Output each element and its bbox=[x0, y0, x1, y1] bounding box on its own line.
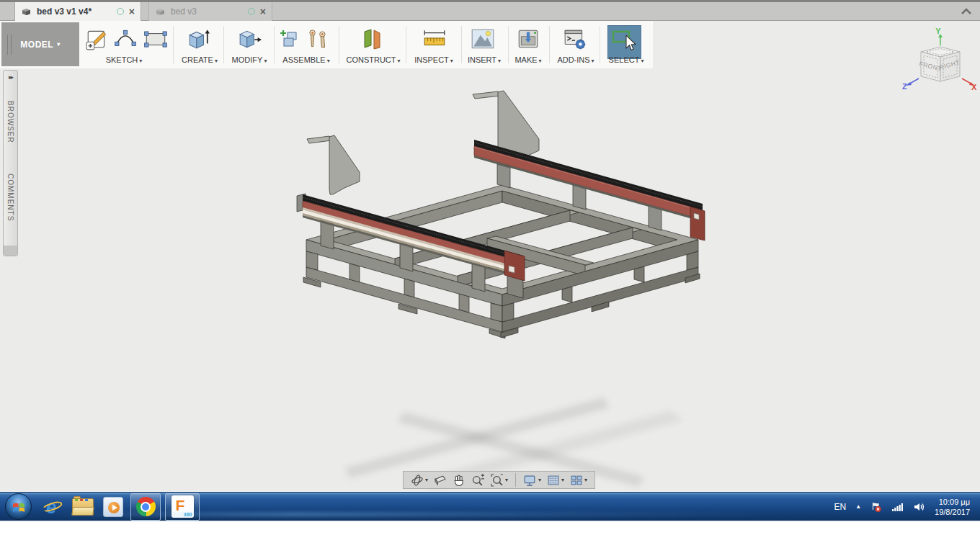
taskbar-media-player[interactable] bbox=[98, 493, 128, 521]
taskbar-file-explorer[interactable] bbox=[68, 493, 98, 521]
navigation-toolbar: ▾ bbox=[403, 471, 595, 489]
two-point-rectangle-icon bbox=[143, 27, 169, 51]
workspace-caret: ▾ bbox=[57, 41, 61, 48]
image-icon bbox=[470, 27, 496, 51]
assemble-menu[interactable]: ASSEMBLE▾ bbox=[275, 55, 337, 66]
close-tab-button[interactable]: × bbox=[260, 6, 266, 17]
select-menu[interactable]: SELECT▾ bbox=[605, 55, 647, 66]
taskbar-clock[interactable]: 10:09 μμ 19/8/2017 bbox=[935, 497, 970, 517]
tray-time: 10:09 μμ bbox=[935, 497, 970, 507]
fusion360-icon: F360 bbox=[172, 495, 194, 518]
axis-y-label: Y bbox=[935, 27, 941, 35]
grid-layout-button[interactable]: ▾ bbox=[547, 474, 564, 487]
joint-button[interactable] bbox=[306, 27, 330, 51]
document-cube-icon bbox=[155, 7, 166, 17]
left-panel-collapsed: ▸▸ BROWSER COMMENTS bbox=[3, 70, 18, 256]
zoom-button[interactable] bbox=[471, 474, 485, 487]
zoom-icon bbox=[471, 474, 485, 487]
look-at-icon bbox=[434, 474, 447, 487]
chrome-icon bbox=[136, 497, 156, 516]
viewport-canvas[interactable] bbox=[0, 21, 980, 491]
look-at-button[interactable] bbox=[434, 474, 447, 487]
navbar-separator bbox=[515, 473, 516, 487]
start-button[interactable] bbox=[5, 493, 32, 520]
insert-image-button[interactable] bbox=[470, 27, 496, 51]
make-3d-print-button[interactable] bbox=[516, 27, 540, 51]
language-indicator[interactable]: EN bbox=[834, 502, 846, 512]
create-extrude-button[interactable] bbox=[186, 27, 210, 51]
taskbar-chrome-running[interactable] bbox=[130, 493, 161, 521]
document-tab-active[interactable]: bed v3 v1 v4* × bbox=[14, 2, 141, 21]
document-title: bed v3 v1 v4* bbox=[37, 6, 112, 17]
windows-taskbar: e F360 EN bbox=[0, 492, 980, 521]
expand-panel-icon[interactable]: ▸▸ bbox=[9, 73, 12, 81]
display-settings-icon bbox=[523, 474, 537, 487]
modify-press-pull-button[interactable] bbox=[238, 27, 262, 51]
display-caret: ▾ bbox=[538, 477, 541, 483]
system-tray: EN ▲ 10:09 bbox=[834, 497, 980, 517]
sync-status-icon bbox=[117, 8, 124, 15]
modify-menu[interactable]: MODIFY▾ bbox=[224, 55, 275, 66]
browser-panel-tab[interactable]: BROWSER bbox=[6, 101, 14, 143]
press-pull-icon bbox=[238, 27, 262, 51]
measure-icon bbox=[422, 27, 447, 51]
view-cube[interactable]: Y Z X FRONT RIGHT bbox=[899, 26, 977, 92]
dropdown-caret: ▾ bbox=[592, 58, 594, 64]
new-component-button[interactable] bbox=[280, 27, 301, 51]
document-cube-icon bbox=[21, 7, 32, 17]
pan-button[interactable] bbox=[453, 474, 466, 487]
action-center-flag-icon[interactable] bbox=[870, 501, 882, 513]
add-ins-menu[interactable]: ADD-INS▾ bbox=[551, 55, 601, 66]
display-settings-button[interactable]: ▾ bbox=[523, 474, 541, 487]
dropdown-caret: ▾ bbox=[264, 58, 267, 64]
dropdown-caret: ▾ bbox=[327, 58, 330, 64]
toolbar-separator bbox=[508, 26, 509, 63]
collapse-toolbar-button[interactable] bbox=[958, 5, 974, 18]
workspace-switcher[interactable]: MODEL ▾ bbox=[1, 22, 79, 66]
fusion360-window: ▸▸ BROWSER COMMENTS Y Z X FRONT RIGHT ▾ bbox=[0, 0, 980, 553]
document-title: bed v3 bbox=[171, 6, 243, 17]
sketch-menu[interactable]: SKETCH▾ bbox=[81, 55, 167, 66]
comments-panel-tab[interactable]: COMMENTS bbox=[6, 174, 14, 221]
orbit-button[interactable]: ▾ bbox=[411, 474, 428, 487]
scripts-addins-icon bbox=[563, 27, 587, 51]
toolbar-grip bbox=[7, 35, 12, 55]
folder-icon bbox=[72, 498, 94, 516]
dropdown-caret: ▾ bbox=[139, 58, 142, 64]
select-button[interactable] bbox=[607, 25, 641, 59]
taskbar-internet-explorer[interactable]: e bbox=[37, 493, 68, 521]
construct-menu[interactable]: CONSTRUCT▾ bbox=[342, 55, 405, 66]
pan-hand-icon bbox=[453, 474, 466, 487]
network-signal-icon[interactable] bbox=[891, 501, 904, 512]
show-hidden-icons-button[interactable]: ▲ bbox=[855, 503, 861, 510]
insert-menu[interactable]: INSERT▾ bbox=[464, 55, 504, 66]
grid-caret: ▾ bbox=[561, 477, 564, 483]
document-tab-inactive[interactable]: bed v3 × bbox=[148, 2, 272, 21]
volume-icon[interactable] bbox=[913, 501, 925, 513]
viewports-button[interactable]: ▾ bbox=[570, 474, 587, 487]
windows-logo-icon bbox=[12, 500, 26, 513]
axis-z-label: Z bbox=[902, 82, 907, 91]
new-component-icon bbox=[280, 27, 301, 51]
add-ins-button[interactable] bbox=[563, 27, 587, 51]
create-sketch-button[interactable] bbox=[85, 27, 110, 51]
toolbar-separator bbox=[173, 26, 174, 63]
joint-icon bbox=[306, 27, 330, 51]
viewports-icon bbox=[570, 474, 583, 487]
media-player-icon bbox=[103, 497, 123, 517]
fit-button[interactable]: ▾ bbox=[491, 474, 508, 487]
inspect-measure-button[interactable] bbox=[422, 27, 447, 51]
taskbar-fusion360-running[interactable]: F360 bbox=[165, 493, 200, 521]
axis-x-label: X bbox=[971, 83, 977, 91]
construct-plane-button[interactable] bbox=[362, 27, 383, 51]
sketch-rectangle-button[interactable] bbox=[143, 27, 169, 51]
fit-icon bbox=[491, 474, 504, 487]
create-menu[interactable]: CREATE▾ bbox=[174, 55, 225, 66]
inspect-menu[interactable]: INSPECT▾ bbox=[408, 55, 460, 66]
make-menu[interactable]: MAKE▾ bbox=[510, 55, 546, 66]
close-tab-button[interactable]: × bbox=[129, 6, 135, 17]
toolbar-separator bbox=[406, 26, 406, 63]
orbit-icon bbox=[411, 474, 424, 487]
sketch-arc-button[interactable] bbox=[112, 27, 139, 51]
chevron-up-icon bbox=[958, 5, 974, 18]
